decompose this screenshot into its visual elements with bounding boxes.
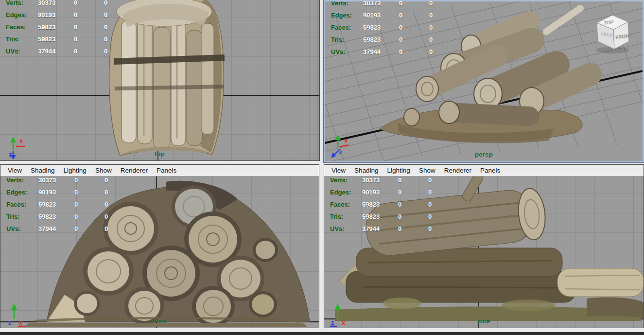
hud-stat-col3: 0	[422, 201, 453, 208]
hud-stat-label: UVs:	[331, 48, 363, 55]
hud-stat-total: 59823	[38, 201, 69, 208]
hud-stat-total: 90193	[38, 11, 68, 18]
hud-stat-label: Tris:	[331, 36, 363, 43]
viewport-menubar: View Shading Lighting Show Renderer Pane…	[0, 165, 319, 176]
menu-item[interactable]: Renderer	[116, 166, 152, 175]
menu-item[interactable]: Shading	[350, 166, 383, 175]
viewport-menubar: View Shading Lighting Show Renderer Pane…	[324, 165, 644, 176]
hud-stat-col2: 0	[393, 12, 423, 19]
hud-stat-label: Faces:	[6, 201, 38, 208]
hud-stat-col2: 0	[392, 201, 422, 208]
hud-stat-col3: 0	[422, 176, 453, 184]
viewport-label-front: front	[0, 317, 319, 325]
hud-stat-total: 90193	[362, 189, 392, 196]
hud-stat-label: Verts:	[6, 176, 38, 184]
viewport-side[interactable]: Verts: 30373 0 0 Edges: 90193 0 0 Faces:…	[324, 176, 644, 328]
hud-stat-total: 59823	[362, 201, 392, 208]
hud-stat-col2: 0	[393, 24, 423, 31]
view-cube[interactable]: TOP LEFT FRONT	[590, 10, 635, 55]
hud-stat-col3: 0	[423, 36, 453, 43]
menu-item[interactable]: Show	[91, 166, 116, 175]
hud-stat-total: 30373	[363, 1, 393, 7]
hud-stats-row: Tris: 59823 0 0	[331, 34, 453, 46]
hud-stat-col3: 0	[99, 201, 129, 208]
menu-item[interactable]: Panels	[152, 166, 181, 175]
hud-stat-col3: 0	[99, 225, 129, 232]
menu-item[interactable]: Renderer	[440, 166, 476, 175]
application-window: Verts: 30373 0 0 Edges: 90193 0 0 Faces:…	[0, 0, 644, 335]
hud-stat-col3: 0	[423, 12, 453, 19]
hud-stat-label: Verts:	[330, 176, 362, 184]
menu-item[interactable]: Lighting	[383, 166, 415, 175]
hud-stat-total: 30373	[362, 176, 392, 184]
hud-stat-col3: 0	[423, 48, 453, 55]
hud-stat-col2: 0	[69, 213, 99, 220]
pane-side-view: View Shading Lighting Show Renderer Pane…	[324, 164, 644, 328]
hud-stats-row: Faces: 59823 0 0	[330, 198, 453, 211]
hud-stat-label: Tris:	[330, 213, 362, 220]
hud-stat-col2: 0	[393, 1, 423, 7]
viewport-label-top: top	[0, 150, 319, 158]
hud-stat-label: Faces:	[6, 23, 38, 31]
hud-stat-col2: 0	[69, 225, 99, 232]
hud-stat-col2: 0	[69, 189, 99, 196]
hud-stats-row: Tris: 59823 0 0	[6, 33, 128, 45]
hud-stats-row: Verts: 30373 0 0	[6, 0, 128, 9]
hud-stat-col2: 0	[392, 225, 422, 232]
hud-stats-row: Verts: 30373 0 0	[330, 176, 453, 186]
hud-stat-total: 90193	[38, 189, 69, 196]
window-bottom-edge	[0, 332, 644, 335]
hud-stats-row: Faces: 59823 0 0	[6, 21, 128, 33]
hud-stat-col3: 0	[98, 48, 128, 55]
hud-stat-col3: 0	[99, 189, 129, 196]
menu-item[interactable]: View	[3, 166, 26, 175]
hud-stats-row: Verts: 30373 0 0	[6, 176, 129, 186]
hud-stats: Verts: 30373 0 0 Edges: 90193 0 0 Faces:…	[330, 176, 453, 235]
hud-stat-col3: 0	[423, 1, 453, 7]
axis-x-label: x	[19, 137, 23, 144]
hud-stat-label: Edges:	[6, 189, 38, 196]
viewport-persp[interactable]: Verts: 30373 0 0 Edges: 90193 0 0 Faces:…	[325, 1, 643, 161]
menu-item[interactable]: View	[327, 166, 350, 175]
hud-stat-total: 59823	[38, 35, 68, 43]
hud-stat-total: 59823	[363, 36, 393, 43]
viewport-top[interactable]: Verts: 30373 0 0 Edges: 90193 0 0 Faces:…	[0, 0, 319, 160]
hud-stat-label: Faces:	[331, 24, 363, 31]
viewport-label-persp: persp	[325, 151, 643, 158]
hud-stat-col3: 0	[98, 11, 128, 18]
hud-stat-label: Edges:	[330, 189, 362, 196]
hud-stats: Verts: 30373 0 0 Edges: 90193 0 0 Faces:…	[6, 176, 129, 235]
hud-stat-col3: 0	[98, 23, 128, 31]
hud-stats-row: Verts: 30373 0 0	[331, 1, 453, 9]
hud-stat-col2: 0	[393, 48, 423, 55]
hud-stats-row: Edges: 90193 0 0	[6, 186, 129, 198]
viewport-front[interactable]: Verts: 30373 0 0 Edges: 90193 0 0 Faces:…	[0, 176, 319, 328]
hud-stat-label: UVs:	[6, 225, 38, 232]
menu-item[interactable]: Lighting	[59, 166, 91, 175]
hud-stat-total: 59823	[38, 213, 69, 220]
hud-stat-col2: 0	[68, 11, 98, 18]
hud-stats-row: Edges: 90193 0 0	[6, 9, 128, 21]
hud-stat-col3: 0	[98, 0, 128, 6]
hud-stat-total: 37944	[362, 225, 392, 232]
hud-stats-row: UVs: 37944 0 0	[331, 46, 453, 58]
menu-item[interactable]: Shading	[26, 166, 59, 175]
hud-stat-col2: 0	[393, 36, 423, 43]
hud-stats: Verts: 30373 0 0 Edges: 90193 0 0 Faces:…	[6, 0, 128, 57]
hud-stat-col2: 0	[68, 35, 98, 43]
axis-x-label: x	[344, 137, 348, 144]
hud-stats-row: UVs: 37944 0 0	[6, 223, 129, 235]
hud-stat-col3: 0	[422, 189, 453, 196]
hud-stats-row: Tris: 59823 0 0	[330, 211, 453, 223]
hud-stat-col3: 0	[98, 35, 128, 43]
menu-item[interactable]: Show	[415, 166, 440, 175]
hud-stat-label: UVs:	[330, 225, 362, 232]
hud-stat-total: 37944	[38, 48, 68, 55]
hud-stat-total: 90193	[363, 12, 393, 19]
hud-stats-row: Edges: 90193 0 0	[331, 9, 453, 21]
hud-stat-total: 37944	[38, 225, 69, 232]
menu-item[interactable]: Panels	[476, 166, 505, 175]
hud-stat-col3: 0	[99, 213, 129, 220]
hud-stat-col2: 0	[69, 201, 99, 208]
hud-stat-col3: 0	[99, 176, 129, 184]
